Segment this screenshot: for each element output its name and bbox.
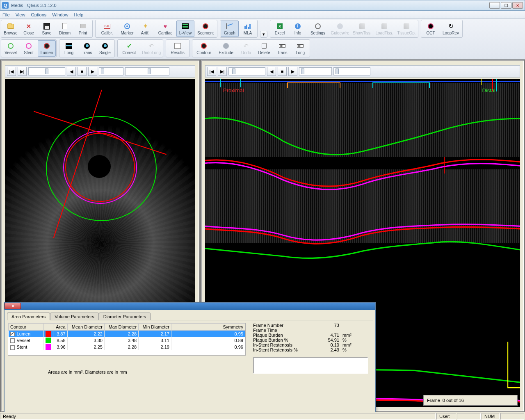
table-row[interactable]: Stent3.962.252.282.190.96 <box>9 344 245 350</box>
long-zoom-slider[interactable] <box>333 67 370 75</box>
guidewire-button: Guidewire <box>329 21 351 37</box>
frame-value: 0 out of 16 <box>443 398 464 403</box>
exclude-button[interactable]: Exclude <box>215 40 237 57</box>
tab-area-parameters[interactable]: Area Parameters <box>7 313 50 320</box>
first-frame-button[interactable]: |◀ <box>7 67 16 76</box>
dialog-titlebar[interactable]: ✕ <box>5 303 375 310</box>
row-checkbox[interactable] <box>10 332 15 336</box>
table-row[interactable]: Vessel8.583.303.483.110.89 <box>9 337 245 344</box>
units-note: Areas are in mm². Diameters are in mm <box>48 370 127 374</box>
status-user-label: User: <box>436 413 456 420</box>
last-frame-button[interactable]: ▶| <box>18 67 27 76</box>
status-num: NUM <box>482 413 500 420</box>
dicom-button[interactable]: Dicom <box>56 21 74 37</box>
graph-button[interactable]: Graph <box>221 21 239 37</box>
results-dialog: ✕ Area Parameters Volume Parameters Diam… <box>4 302 376 420</box>
calibr-button[interactable]: CALCalibr. <box>96 21 118 37</box>
loadtiss-button: LoadTiss. <box>373 21 395 37</box>
frame-info: Frame Number73Frame TimePlaque Burden4.7… <box>253 323 368 352</box>
vessel-button[interactable]: Vessel <box>2 40 20 57</box>
correct-button[interactable]: ✔Correct <box>118 40 140 57</box>
artif-button[interactable]: ✦Artif. <box>136 21 154 37</box>
cardiac-button[interactable]: ♥Cardiac <box>154 21 176 37</box>
play-back-button[interactable]: ◀ <box>67 67 76 76</box>
longm-button[interactable]: Long <box>291 40 309 57</box>
oct-button[interactable]: OCT <box>422 21 440 37</box>
zoom-slider[interactable] <box>125 67 169 75</box>
work-area: |◀ ▶| ◀ ■ ▶ |◀ ▶| <box>0 59 525 412</box>
parameters-table-wrap: ContourAreaMean DiameterMax DiameterMin … <box>8 323 246 356</box>
undo-button: ↶Undo <box>237 40 255 57</box>
parameters-table[interactable]: ContourAreaMean DiameterMax DiameterMin … <box>8 323 245 350</box>
delete-button[interactable]: Delete <box>255 40 273 57</box>
frame-label: Frame <box>427 398 440 403</box>
long-speed-slider[interactable] <box>299 67 332 75</box>
marker-button[interactable]: Marker <box>118 21 136 37</box>
showtiss-button: ShowTiss. <box>351 21 373 37</box>
color-swatch <box>46 331 51 337</box>
long-play-back-button[interactable]: ◀ <box>267 67 276 76</box>
settings-button[interactable]: Settings <box>307 21 329 37</box>
maximize-button[interactable]: ❐ <box>501 2 511 9</box>
excel-button[interactable]: XExcel <box>271 21 289 37</box>
color-swatch <box>46 338 51 343</box>
tab-diameter-parameters[interactable]: Diameter Parameters <box>99 313 151 320</box>
play-fwd-button[interactable]: ▶ <box>88 67 97 76</box>
tissueop-button: TissueOp. <box>395 21 418 37</box>
menu-bar: File View Options Window Help <box>0 11 525 19</box>
long-first-button[interactable]: |◀ <box>207 67 216 76</box>
dialog-close-button[interactable]: ✕ <box>5 303 21 309</box>
speed-slider[interactable] <box>99 67 123 75</box>
long-frame-slider[interactable] <box>228 67 265 75</box>
table-row[interactable]: Lumen3.872.222.282.170.95 <box>9 331 245 338</box>
close-button[interactable]: ✕Close <box>20 21 38 37</box>
title-bar: Q Medis - QIvus 3.1.12.0 — ❐ ✕ <box>0 0 525 11</box>
info-button[interactable]: iInfo <box>289 21 307 37</box>
lview-button[interactable]: L-View <box>176 21 194 37</box>
mla-dropdown[interactable]: ▾ <box>261 32 267 37</box>
looprev-button[interactable]: ↻LoopRev <box>440 21 462 37</box>
print-button[interactable]: Print <box>74 21 92 37</box>
cross-viewbar: |◀ ▶| ◀ ■ ▶ <box>5 65 195 78</box>
window-title: Medis - QIvus 3.1.12.0 <box>11 3 57 8</box>
save-button[interactable]: Save <box>38 21 56 37</box>
dialog-body: ContourAreaMean DiameterMax DiameterMin … <box>7 320 373 377</box>
close-window-button[interactable]: ✕ <box>512 2 523 9</box>
toolbar-area: Browse✕CloseSaveDicomPrintCALCalibr.Mark… <box>0 19 525 59</box>
toolbar-row-1: Browse✕CloseSaveDicomPrintCALCalibr.Mark… <box>1 20 524 38</box>
long-stop-button[interactable]: ■ <box>278 67 287 76</box>
status-ready: Ready <box>0 413 436 420</box>
long-button[interactable]: Long <box>60 40 78 57</box>
status-extra <box>500 413 524 420</box>
browse-button[interactable]: Browse <box>2 21 20 37</box>
status-bar: Ready User: NUM <box>0 412 525 420</box>
color-swatch <box>46 344 51 350</box>
long-play-fwd-button[interactable]: ▶ <box>288 67 297 76</box>
dialog-tabs: Area Parameters Volume Parameters Diamet… <box>5 310 375 320</box>
row-checkbox[interactable] <box>10 345 15 350</box>
segment-button[interactable]: Segment <box>194 21 217 37</box>
menu-file[interactable]: File <box>2 12 10 17</box>
row-checkbox[interactable] <box>10 338 15 343</box>
minimize-button[interactable]: — <box>489 2 500 9</box>
contourd-button[interactable]: Contour <box>193 40 215 57</box>
trans-button[interactable]: Trans <box>78 40 96 57</box>
frame-slider[interactable] <box>28 67 65 75</box>
mla-button[interactable]: MLA <box>239 21 257 37</box>
menu-options[interactable]: Options <box>31 12 46 17</box>
results-button[interactable]: Results <box>167 40 189 57</box>
frame-counter-box: Frame 0 out of 16 <box>423 395 518 406</box>
long-last-button[interactable]: ▶| <box>218 67 227 76</box>
stop-button[interactable]: ■ <box>78 67 87 76</box>
transm-button[interactable]: Trans <box>273 40 291 57</box>
menu-view[interactable]: View <box>16 12 25 17</box>
menu-help[interactable]: Help <box>74 12 83 17</box>
menu-window[interactable]: Window <box>52 12 68 17</box>
stent-button[interactable]: Stent <box>20 40 38 57</box>
status-user-value <box>457 413 481 420</box>
undolong-button: ↶UndoLong <box>140 40 162 57</box>
lumen-button[interactable]: Lumen <box>38 40 56 57</box>
tab-volume-parameters[interactable]: Volume Parameters <box>50 313 99 320</box>
comment-textbox[interactable] <box>253 357 368 374</box>
single-button[interactable]: Single <box>96 40 114 57</box>
